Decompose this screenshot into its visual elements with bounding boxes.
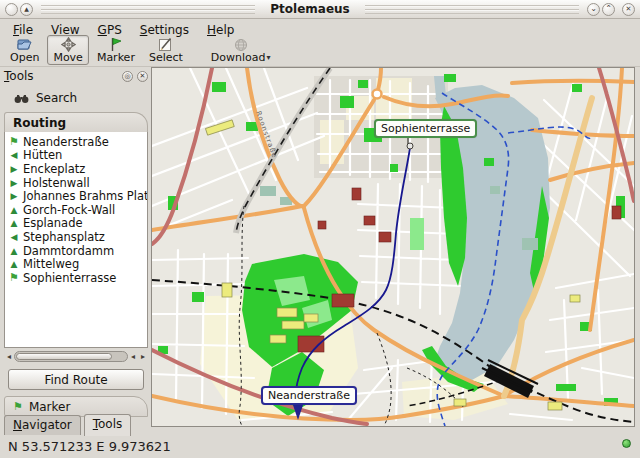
open-button[interactable]: Open xyxy=(4,35,45,65)
dock-tabs: Navigator Tools xyxy=(0,412,134,435)
coordinates-readout: N 53.571233 E 9.973621 xyxy=(8,439,171,454)
origin-label: Neanderstraße xyxy=(261,386,357,405)
scrollbar-track[interactable] xyxy=(14,351,128,362)
turn-right-icon: ▶ xyxy=(7,191,21,201)
straight-icon: ▲ xyxy=(7,259,21,269)
waypoint-label: Enckeplatz xyxy=(23,162,85,176)
map-view[interactable]: Roonstraße Sophienterrasse Neanderstraße xyxy=(151,67,635,427)
destination-marker[interactable] xyxy=(407,143,413,149)
waypoint-label: Gorch-Fock-Wall xyxy=(23,203,115,217)
search-label: Search xyxy=(36,91,77,105)
titlebar[interactable]: ▲ Ptolemaeus ⌄ ⌃ ✕ xyxy=(0,0,640,19)
flag-icon xyxy=(109,37,123,52)
minimize-button[interactable]: ⌄ xyxy=(587,3,600,16)
turn-right-icon: ▶ xyxy=(7,164,21,174)
straight-icon: ▲ xyxy=(7,218,21,228)
marker-button[interactable]: Marker xyxy=(91,35,141,65)
application-window: ▲ Ptolemaeus ⌄ ⌃ ✕ File View GPS Setting… xyxy=(0,0,640,458)
waypoint-label: Holstenwall xyxy=(23,176,90,190)
waypoint-item[interactable]: ▲Dammtordamm xyxy=(7,244,147,258)
waypoint-label: Stephansplatz xyxy=(23,230,105,244)
scroll-left-arrow-icon[interactable]: ◂ xyxy=(4,351,14,362)
download-button[interactable]: Download ▾ xyxy=(205,35,277,65)
move-arrows-icon xyxy=(61,37,76,52)
tab-tools[interactable]: Tools xyxy=(84,414,132,436)
routing-expander[interactable]: Routing xyxy=(4,112,148,132)
select-button[interactable]: Select xyxy=(143,35,189,65)
binoculars-icon xyxy=(14,93,29,104)
turn-right-icon: ▶ xyxy=(7,178,21,188)
detach-panel-icon[interactable]: ◎ xyxy=(122,71,133,82)
statusbar: N 53.571233 E 9.973621 xyxy=(0,435,640,458)
waypoint-label: Sophienterrasse xyxy=(23,271,116,285)
straight-icon: ▲ xyxy=(7,205,21,215)
waypoint-item[interactable]: ▶Enckeplatz xyxy=(7,162,147,176)
window-menu-button[interactable] xyxy=(5,3,18,16)
maximize-button[interactable]: ⌃ xyxy=(602,3,615,16)
find-route-button[interactable]: Find Route xyxy=(8,369,144,390)
move-button[interactable]: Move xyxy=(47,35,89,65)
waypoint-label: Hütten xyxy=(23,149,62,163)
select-pencil-icon xyxy=(158,37,173,52)
waypoint-item[interactable]: ▲Esplanade xyxy=(7,217,147,231)
close-panel-icon[interactable]: ✕ xyxy=(137,71,148,82)
horizontal-scrollbar[interactable]: ◂ ◂ ▸ xyxy=(4,350,148,363)
panel-title: Tools xyxy=(4,69,118,83)
waypoint-item[interactable]: ▲Mittelweg xyxy=(7,257,147,271)
scrollbar-thumb[interactable] xyxy=(16,353,112,360)
roundabout xyxy=(373,90,382,99)
panel-header: Tools ◎ ✕ xyxy=(4,67,148,85)
globe-icon xyxy=(234,37,248,52)
turn-left-icon: ◀ xyxy=(7,232,21,242)
waypoint-item[interactable]: ▶Holstenwall xyxy=(7,176,147,190)
search-section[interactable]: Search xyxy=(14,88,148,108)
waypoint-item[interactable]: ⚑Sophienterrasse xyxy=(7,271,147,285)
scroll-right-arrow-icon[interactable]: ▸ xyxy=(138,351,148,362)
open-folder-icon xyxy=(16,37,33,52)
waypoint-label: Mittelweg xyxy=(23,257,79,271)
straight-icon: ▲ xyxy=(7,246,21,256)
scroll-left2-arrow-icon[interactable]: ◂ xyxy=(128,351,138,362)
flag-icon: ⚑ xyxy=(7,135,21,148)
waypoint-label: Neanderstraße xyxy=(23,135,109,149)
turn-left-icon: ◀ xyxy=(7,150,21,160)
waypoint-label: Johannes Brahms Plat xyxy=(23,189,147,203)
close-button[interactable]: ✕ xyxy=(622,3,635,16)
flag-icon: ⚑ xyxy=(7,271,21,284)
titlebar-grip xyxy=(41,5,255,14)
toolbar: Open Move Marker xyxy=(0,40,640,67)
waypoint-label: Esplanade xyxy=(23,217,83,231)
waypoint-item[interactable]: ▶Johannes Brahms Plat xyxy=(7,189,147,203)
waypoint-item[interactable]: ▲Gorch-Fock-Wall xyxy=(7,203,147,217)
waypoint-item[interactable]: ◀Hütten xyxy=(7,149,147,163)
tools-panel: Tools ◎ ✕ Search Routing ⚑Neanderstraße◀… xyxy=(0,67,150,411)
destination-label: Sophienterrasse xyxy=(374,119,477,138)
waypoint-item[interactable]: ◀Stephansplatz xyxy=(7,230,147,244)
waypoint-item[interactable]: ⚑Neanderstraße xyxy=(7,135,147,149)
waypoint-label: Dammtordamm xyxy=(23,244,114,258)
titlebar-grip xyxy=(365,5,579,14)
tab-navigator[interactable]: Navigator xyxy=(4,415,81,435)
shade-button[interactable]: ▲ xyxy=(20,3,33,16)
waypoint-list[interactable]: ⚑Neanderstraße◀Hütten▶Enckeplatz▶Holsten… xyxy=(4,132,148,348)
chevron-down-icon: ▾ xyxy=(267,53,271,63)
window-title: Ptolemaeus xyxy=(262,2,357,16)
gps-status-icon xyxy=(622,439,631,448)
